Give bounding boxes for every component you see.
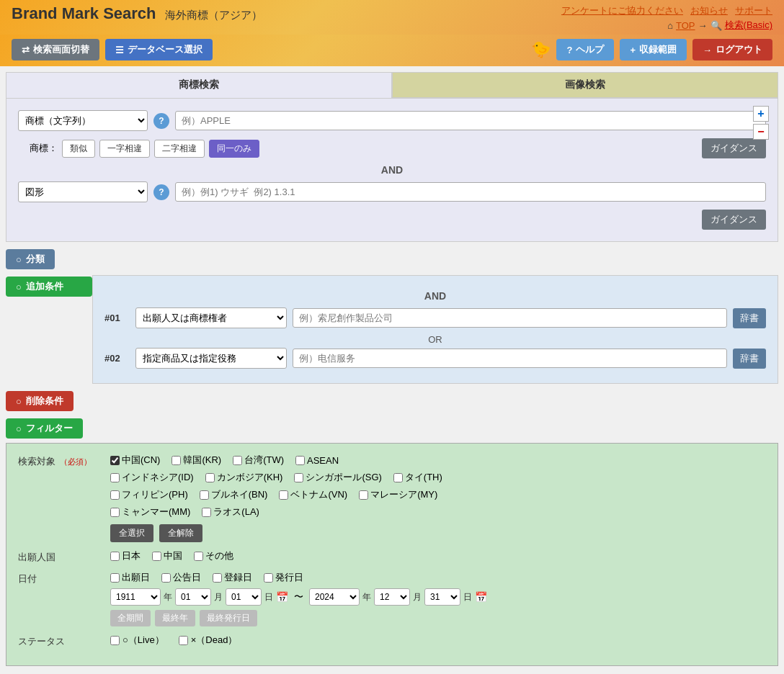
help-icon: ? [566,45,572,55]
country-my[interactable]: マレーシア(MY) [359,488,437,501]
checkbox-cn[interactable] [110,456,120,465]
figure-input[interactable] [175,182,766,202]
checkbox-kh[interactable] [205,473,215,482]
checkbox-dead[interactable] [179,636,188,645]
mark-type-identical[interactable]: 同一のみ [209,140,259,158]
checkbox-japan[interactable] [110,552,120,561]
calendar-icon-from[interactable]: 📅 [276,591,288,603]
condition-02-dict-button[interactable]: 辞書 [733,349,766,369]
checkbox-tw[interactable] [233,456,242,465]
checkbox-bn[interactable] [200,490,209,500]
checkbox-th[interactable] [393,473,403,482]
delete-condition-button[interactable]: ○ 削除条件 [6,391,74,411]
checkbox-issue[interactable] [264,573,273,583]
checkbox-registration[interactable] [213,573,222,583]
switch-icon: ⇄ [22,45,30,55]
date-publication[interactable]: 公告日 [161,571,201,584]
date-from-year[interactable]: 191120202021202220232024 [110,588,161,606]
country-la[interactable]: ラオス(LA) [202,506,259,518]
switch-screen-button[interactable]: ⇄ 検索画面切替 [12,39,99,60]
mark-type-one-diff[interactable]: 一字相違 [99,140,150,158]
last-issue-button[interactable]: 最終発行日 [200,610,257,626]
database-select-button[interactable]: ☰ データベース選択 [105,39,213,60]
help-button[interactable]: ? ヘルプ [556,39,614,60]
condition-01-select[interactable]: 出願人又は商標権者 代理人 優先権主張国 [135,307,287,328]
add-condition-pm-button[interactable]: + [753,106,769,122]
all-period-button[interactable]: 全期間 [110,610,151,626]
country-sg[interactable]: シンガポール(SG) [294,471,381,484]
date-to-month[interactable]: 010203040506 070809101112 [374,588,410,606]
date-to-year[interactable]: 20202021202220232024 [309,588,360,606]
applicant-other[interactable]: その他 [194,549,233,562]
checkbox-kr[interactable] [172,456,181,465]
add-condition-button[interactable]: ○ 追加条件 [6,277,92,297]
applicant-japan[interactable]: 日本 [110,549,141,562]
country-mm[interactable]: ミャンマー(MM) [110,506,190,518]
mark-type-two-diff[interactable]: 二字相違 [154,140,205,158]
and-divider-2: AND [104,290,766,302]
trademark-input[interactable] [175,111,766,130]
condition-02-select[interactable]: 指定商品又は指定役務 ウィーン分類 ニース分類 [135,348,287,369]
status-live[interactable]: ○（Live） [110,634,164,647]
search-basic-link[interactable]: 検索(Basic) [725,19,772,32]
checkbox-publication[interactable] [161,573,171,583]
calendar-icon-to[interactable]: 📅 [475,591,487,603]
checkbox-ph[interactable] [110,490,120,500]
remove-condition-pm-button[interactable]: − [753,124,769,140]
figure-help-button[interactable]: ? [153,184,169,200]
condition-01-dict-button[interactable]: 辞書 [733,308,766,328]
scope-button[interactable]: + 収録範囲 [620,39,687,60]
date-filing[interactable]: 出願日 [110,571,150,584]
country-kh[interactable]: カンボジア(KH) [205,471,283,484]
news-link[interactable]: お知らせ [690,4,728,17]
trademark-type-select[interactable]: 商標（文字列） 称呼 権利者名 出願番号 [18,110,148,131]
logout-icon: → [703,45,712,55]
figure-guidance-button[interactable]: ガイダンス [702,210,766,230]
checkbox-filing[interactable] [110,573,120,583]
trademark-help-button[interactable]: ? [153,113,169,129]
filter-button[interactable]: ○ フィルター [6,418,83,439]
checkbox-live[interactable] [110,636,120,645]
country-cn[interactable]: 中国(CN) [110,454,160,467]
trademark-guidance-button[interactable]: ガイダンス [702,138,766,158]
country-id[interactable]: インドネシア(ID) [110,471,194,484]
select-all-button[interactable]: 全選択 [110,524,153,542]
checkbox-mm[interactable] [110,508,120,517]
checkbox-la[interactable] [202,508,211,517]
country-bn[interactable]: ブルネイ(BN) [200,488,268,501]
checkbox-id[interactable] [110,473,120,482]
logout-button[interactable]: → ログアウト [692,39,772,60]
checkbox-china[interactable] [152,552,161,561]
survey-link[interactable]: アンケートにご協力ください [561,4,683,17]
country-th[interactable]: タイ(TH) [393,471,442,484]
top-link[interactable]: TOP [676,20,695,31]
last-year-button[interactable]: 最終年 [155,610,195,626]
checkbox-my[interactable] [359,490,368,500]
date-from-day[interactable]: 0102030405 [226,588,262,606]
condition-02-input[interactable] [293,349,727,368]
country-tw[interactable]: 台湾(TW) [233,454,284,467]
logout-label: ログアウト [716,43,762,56]
date-registration[interactable]: 登録日 [213,571,252,584]
country-asean[interactable]: ASEAN [295,454,339,467]
date-issue[interactable]: 発行日 [264,571,303,584]
support-link[interactable]: サポート [735,4,772,17]
country-ph[interactable]: フィリピン(PH) [110,488,188,501]
tab-trademark[interactable]: 商標検索 [6,72,392,98]
checkbox-asean[interactable] [295,456,305,465]
country-kr[interactable]: 韓国(KR) [172,454,221,467]
date-to-day[interactable]: 0102030405293031 [424,588,460,606]
tab-image[interactable]: 画像検索 [392,72,778,98]
applicant-china[interactable]: 中国 [152,549,182,562]
checkbox-vn[interactable] [279,490,288,500]
deselect-all-button[interactable]: 全解除 [159,524,202,542]
status-dead[interactable]: ×（Dead） [179,634,238,647]
checkbox-other[interactable] [194,552,203,561]
figure-type-select[interactable]: 図形 称呼 権利者名 [18,181,148,202]
checkbox-sg[interactable] [294,473,303,482]
classify-button[interactable]: ○ 分類 [6,249,55,269]
date-from-month[interactable]: 010203040506 070809101112 [175,588,211,606]
country-vn[interactable]: ベトナム(VN) [279,488,347,501]
mark-type-similar[interactable]: 類似 [62,140,95,158]
condition-01-input[interactable] [293,308,727,328]
